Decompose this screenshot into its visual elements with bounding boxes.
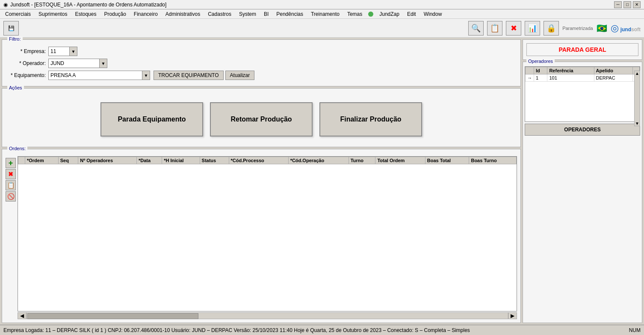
operador-label: * Operador: [6,60,48,66]
close-button[interactable]: ✕ [633,1,641,8]
operadores-label: Operadores [526,59,555,64]
menu-window[interactable]: Window [420,10,446,18]
lock-icon: 🔒 [547,24,556,33]
menu-pendencias[interactable]: Pendências [273,10,307,18]
menu-edit[interactable]: Edit [404,10,419,18]
equipamento-dropdown-arrow[interactable]: ▼ [142,71,150,80]
operadores-table: Id Referência Apelido → 1 101 D [525,67,640,82]
empresa-label: * Empresa: [6,48,48,54]
scrollbar-thumb[interactable] [27,313,198,319]
toolbar-x-button[interactable]: ✖ [506,21,521,36]
menu-system[interactable]: System [236,10,260,18]
menu-comerciais[interactable]: Comerciais [2,10,34,18]
op-col-referencia: Referência [547,67,594,74]
trocar-equipamento-button[interactable]: TROCAR EQUIPAMENTO [154,71,224,80]
operador-input-group: ▼ [48,59,107,68]
title-bar: ◉ Jundsoft - [ESTOQUE_16A - Apontamento … [0,0,644,9]
col-ordem: *Ordem [25,157,59,164]
copy-row-button[interactable]: 📋 [6,180,16,190]
col-boas-total: Boas Total [425,157,469,164]
col-indicator [18,157,25,164]
right-panel: PARADA GERAL Operadores Id Referência Ap… [523,39,642,323]
menu-producao[interactable]: Produção [100,10,129,18]
col-seq: Seq [58,157,78,164]
menu-financeiro[interactable]: Financeiro [130,10,161,18]
toolbar-chart-button[interactable]: 📊 [525,21,540,36]
parada-geral-button[interactable]: PARADA GERAL [526,43,638,56]
operador-input[interactable] [48,59,100,68]
row-indicator: → [526,74,534,82]
window-title: Jundsoft - [ESTOQUE_16A - Apontamento de… [10,2,166,8]
menu-suprimentos[interactable]: Suprimentos [35,10,71,18]
menu-bar: Comerciais Suprimentos Estoques Produção… [0,9,644,19]
col-boas-turno: Boas Turno [469,157,517,164]
scroll-down-btn[interactable]: ▼ [635,121,639,126]
toolbar-clipboard-button[interactable]: 📋 [487,21,502,36]
ordens-container: + ✖ 📋 🚫 *Ordem Seq Nº [6,156,517,319]
empresa-row: * Empresa: ▼ [6,47,517,56]
col-num-operadores: Nº Operadores [78,157,137,164]
acoes-title: Ações [7,85,24,90]
ordens-sidebar: + ✖ 📋 🚫 [6,156,18,319]
op-col-indicator [526,67,534,74]
col-turno: Turno [349,157,375,164]
status-text: Empresa Logada: 11 – DERPAC SILK ( id 1 … [3,327,470,333]
filtro-title: Filtro: [7,36,23,42]
empresa-dropdown-arrow[interactable]: ▼ [70,47,77,56]
op-col-id: Id [534,67,547,74]
horizontal-scrollbar[interactable]: ◀ ▶ [18,312,517,319]
parada-geral-box: PARADA GERAL [523,39,642,60]
scroll-right-btn[interactable]: ▶ [508,313,517,319]
app-icon: ◉ [3,2,8,8]
parada-equipamento-button[interactable]: Parada Equipamento [100,102,203,136]
scroll-left-btn[interactable]: ◀ [18,313,27,319]
delete-row-button[interactable]: ✖ [6,169,16,179]
operador-dropdown-arrow[interactable]: ▼ [100,59,107,68]
op-apelido: DERPAC [594,74,632,82]
col-data: *Data [136,157,162,164]
minimize-button[interactable]: ─ [614,1,622,8]
equipamento-input[interactable] [48,71,142,80]
save-button[interactable]: 💾 [3,21,19,36]
left-panel: Filtro: * Empresa: ▼ * Operador: ▼ * Equ… [2,39,521,323]
num-label: NUM [629,327,641,333]
empresa-input[interactable] [48,47,70,56]
menu-bi[interactable]: BI [260,10,272,18]
menu-estoques[interactable]: Estoques [71,10,100,18]
logo-text: jundsoft [620,23,641,34]
status-dot [368,12,373,17]
acoes-section: Ações Parada Equipamento Retomar Produçã… [2,88,521,147]
retomar-producao-button[interactable]: Retomar Produção [210,102,313,136]
vertical-scrollbar[interactable]: ▲ ▼ [634,71,640,126]
x-icon: ✖ [511,24,517,33]
toolbar: 💾 🔍 📋 ✖ 📊 🔒 Parametrizada 🇧🇷 ◎ jundsoft [0,19,644,38]
menu-temas[interactable]: Temas [344,10,366,18]
filtro-section: Filtro: * Empresa: ▼ * Operador: ▼ * Equ… [2,39,521,86]
search-icon: 🔍 [471,24,481,33]
status-bar: Empresa Logada: 11 – DERPAC SILK ( id 1 … [0,325,644,335]
add-row-button[interactable]: + [6,158,16,168]
operadores-footer-button[interactable]: OPERADORES [525,124,640,136]
menu-treinamento[interactable]: Treinamento [307,10,343,18]
scroll-up-btn[interactable]: ▲ [635,71,639,76]
maximize-button[interactable]: □ [623,1,631,8]
main-content: Filtro: * Empresa: ▼ * Operador: ▼ * Equ… [0,38,644,325]
menu-jundzap[interactable]: JundZap [376,10,403,18]
logo-icon: ◎ [611,23,619,34]
op-col-apelido: Apelido [594,67,632,74]
operadores-table-wrapper[interactable]: Id Referência Apelido → 1 101 D [525,66,640,122]
logo: ◎ jundsoft [611,23,641,34]
cancel-row-button[interactable]: 🚫 [6,191,16,202]
menu-cadastros[interactable]: Cadastros [204,10,235,18]
menu-administrativos[interactable]: Administrativos [162,10,204,18]
ordens-table-wrapper[interactable]: *Ordem Seq Nº Operadores *Data *H Inicia… [18,156,517,311]
clipboard-icon: 📋 [490,24,499,33]
toolbar-lock-button[interactable]: 🔒 [544,21,559,36]
flag-icon: 🇧🇷 [597,23,607,33]
toolbar-search-button[interactable]: 🔍 [468,21,484,36]
finalizar-producao-button[interactable]: Finalizar Produção [319,102,422,136]
atualizar-button[interactable]: Atualizar [225,71,255,80]
op-id: 1 [534,74,547,82]
col-h-inicial: *H Inicial [162,157,200,164]
chart-icon: 📊 [528,24,537,33]
